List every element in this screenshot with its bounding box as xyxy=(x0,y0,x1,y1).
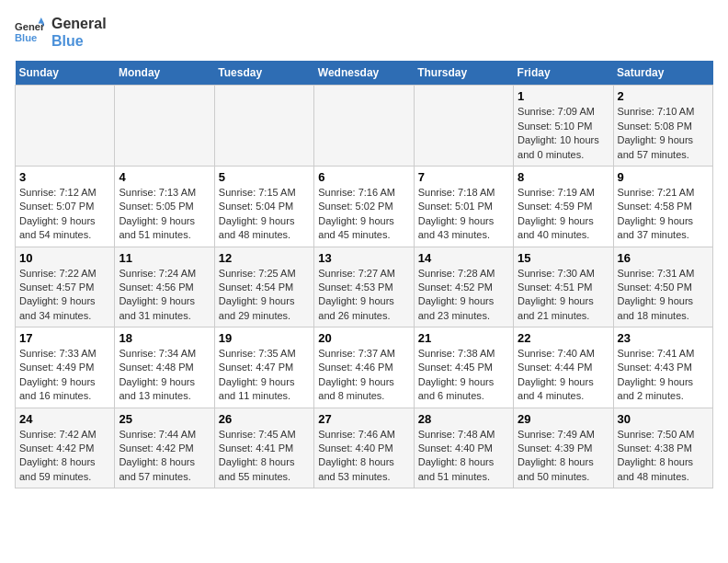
day-info: Sunrise: 7:13 AM Sunset: 5:05 PM Dayligh… xyxy=(119,186,210,243)
calendar-body: 1Sunrise: 7:09 AM Sunset: 5:10 PM Daylig… xyxy=(16,86,713,488)
day-number: 16 xyxy=(618,251,709,265)
day-info: Sunrise: 7:24 AM Sunset: 4:56 PM Dayligh… xyxy=(119,267,210,324)
day-info: Sunrise: 7:45 AM Sunset: 4:41 PM Dayligh… xyxy=(219,428,310,485)
day-info: Sunrise: 7:21 AM Sunset: 4:58 PM Dayligh… xyxy=(618,186,709,243)
day-info: Sunrise: 7:34 AM Sunset: 4:48 PM Dayligh… xyxy=(119,347,210,404)
weekday-header-sunday: Sunday xyxy=(16,61,115,86)
calendar-cell: 19Sunrise: 7:35 AM Sunset: 4:47 PM Dayli… xyxy=(214,327,313,408)
calendar-cell: 17Sunrise: 7:33 AM Sunset: 4:49 PM Dayli… xyxy=(16,327,115,408)
day-number: 13 xyxy=(318,251,409,265)
day-number: 20 xyxy=(318,331,409,345)
day-number: 2 xyxy=(618,89,709,103)
calendar-cell: 22Sunrise: 7:40 AM Sunset: 4:44 PM Dayli… xyxy=(514,327,613,408)
calendar-cell: 21Sunrise: 7:38 AM Sunset: 4:45 PM Dayli… xyxy=(414,327,513,408)
logo-text-blue: Blue xyxy=(51,32,107,50)
day-number: 18 xyxy=(119,331,210,345)
calendar-cell: 7Sunrise: 7:18 AM Sunset: 5:01 PM Daylig… xyxy=(414,166,513,247)
day-number: 1 xyxy=(518,89,609,103)
day-info: Sunrise: 7:41 AM Sunset: 4:43 PM Dayligh… xyxy=(618,347,709,404)
svg-marker-2 xyxy=(39,17,44,23)
calendar-table: SundayMondayTuesdayWednesdayThursdayFrid… xyxy=(15,61,713,488)
day-info: Sunrise: 7:50 AM Sunset: 4:38 PM Dayligh… xyxy=(618,428,709,485)
svg-text:Blue: Blue xyxy=(15,32,37,43)
day-info: Sunrise: 7:44 AM Sunset: 4:42 PM Dayligh… xyxy=(119,428,210,485)
weekday-header-thursday: Thursday xyxy=(414,61,513,86)
weekday-header-friday: Friday xyxy=(514,61,613,86)
day-info: Sunrise: 7:42 AM Sunset: 4:42 PM Dayligh… xyxy=(19,428,110,485)
calendar-header: SundayMondayTuesdayWednesdayThursdayFrid… xyxy=(16,61,713,86)
day-info: Sunrise: 7:30 AM Sunset: 4:51 PM Dayligh… xyxy=(518,267,609,324)
calendar-cell: 24Sunrise: 7:42 AM Sunset: 4:42 PM Dayli… xyxy=(16,408,115,488)
weekday-header-wednesday: Wednesday xyxy=(314,61,414,86)
calendar-cell: 13Sunrise: 7:27 AM Sunset: 4:53 PM Dayli… xyxy=(314,247,414,327)
day-number: 19 xyxy=(219,331,310,345)
day-info: Sunrise: 7:09 AM Sunset: 5:10 PM Dayligh… xyxy=(518,105,609,162)
day-number: 23 xyxy=(618,331,709,345)
calendar-cell: 15Sunrise: 7:30 AM Sunset: 4:51 PM Dayli… xyxy=(514,247,613,327)
day-number: 30 xyxy=(618,412,709,426)
day-number: 22 xyxy=(518,331,609,345)
calendar-cell: 4Sunrise: 7:13 AM Sunset: 5:05 PM Daylig… xyxy=(115,166,214,247)
calendar-cell: 14Sunrise: 7:28 AM Sunset: 4:52 PM Dayli… xyxy=(414,247,513,327)
day-info: Sunrise: 7:18 AM Sunset: 5:01 PM Dayligh… xyxy=(418,186,509,243)
day-number: 28 xyxy=(418,412,509,426)
weekday-header-monday: Monday xyxy=(115,61,214,86)
day-number: 7 xyxy=(418,170,509,184)
logo-text-general: General xyxy=(51,15,107,32)
day-info: Sunrise: 7:16 AM Sunset: 5:02 PM Dayligh… xyxy=(318,186,409,243)
calendar-cell: 11Sunrise: 7:24 AM Sunset: 4:56 PM Dayli… xyxy=(115,247,214,327)
calendar-cell xyxy=(16,86,115,167)
day-number: 12 xyxy=(219,251,310,265)
day-info: Sunrise: 7:35 AM Sunset: 4:47 PM Dayligh… xyxy=(219,347,310,404)
week-row-1: 1Sunrise: 7:09 AM Sunset: 5:10 PM Daylig… xyxy=(16,86,713,167)
weekday-header-saturday: Saturday xyxy=(613,61,712,86)
calendar-cell xyxy=(115,86,214,167)
calendar-cell: 28Sunrise: 7:48 AM Sunset: 4:40 PM Dayli… xyxy=(414,408,513,488)
calendar-cell: 30Sunrise: 7:50 AM Sunset: 4:38 PM Dayli… xyxy=(613,408,712,488)
calendar-cell: 23Sunrise: 7:41 AM Sunset: 4:43 PM Dayli… xyxy=(613,327,712,408)
day-number: 5 xyxy=(219,170,310,184)
day-number: 14 xyxy=(418,251,509,265)
calendar-cell: 12Sunrise: 7:25 AM Sunset: 4:54 PM Dayli… xyxy=(214,247,313,327)
week-row-5: 24Sunrise: 7:42 AM Sunset: 4:42 PM Dayli… xyxy=(16,408,713,488)
day-number: 6 xyxy=(318,170,409,184)
day-number: 27 xyxy=(318,412,409,426)
calendar-cell: 29Sunrise: 7:49 AM Sunset: 4:39 PM Dayli… xyxy=(514,408,613,488)
calendar-cell xyxy=(314,86,414,167)
calendar-cell: 6Sunrise: 7:16 AM Sunset: 5:02 PM Daylig… xyxy=(314,166,414,247)
day-info: Sunrise: 7:31 AM Sunset: 4:50 PM Dayligh… xyxy=(618,267,709,324)
calendar-cell: 10Sunrise: 7:22 AM Sunset: 4:57 PM Dayli… xyxy=(16,247,115,327)
day-number: 10 xyxy=(19,251,110,265)
day-info: Sunrise: 7:33 AM Sunset: 4:49 PM Dayligh… xyxy=(19,347,110,404)
day-number: 25 xyxy=(119,412,210,426)
day-info: Sunrise: 7:25 AM Sunset: 4:54 PM Dayligh… xyxy=(219,267,310,324)
calendar-cell: 16Sunrise: 7:31 AM Sunset: 4:50 PM Dayli… xyxy=(613,247,712,327)
calendar-cell xyxy=(414,86,513,167)
calendar-cell: 20Sunrise: 7:37 AM Sunset: 4:46 PM Dayli… xyxy=(314,327,414,408)
logo-icon: General Blue xyxy=(15,17,44,47)
calendar-cell: 27Sunrise: 7:46 AM Sunset: 4:40 PM Dayli… xyxy=(314,408,414,488)
day-info: Sunrise: 7:40 AM Sunset: 4:44 PM Dayligh… xyxy=(518,347,609,404)
day-number: 24 xyxy=(19,412,110,426)
calendar-cell: 1Sunrise: 7:09 AM Sunset: 5:10 PM Daylig… xyxy=(514,86,613,167)
day-info: Sunrise: 7:10 AM Sunset: 5:08 PM Dayligh… xyxy=(618,105,709,162)
calendar-cell: 9Sunrise: 7:21 AM Sunset: 4:58 PM Daylig… xyxy=(613,166,712,247)
day-info: Sunrise: 7:48 AM Sunset: 4:40 PM Dayligh… xyxy=(418,428,509,485)
calendar-cell: 25Sunrise: 7:44 AM Sunset: 4:42 PM Dayli… xyxy=(115,408,214,488)
page-header: General Blue General Blue xyxy=(15,15,713,50)
day-info: Sunrise: 7:38 AM Sunset: 4:45 PM Dayligh… xyxy=(418,347,509,404)
day-number: 8 xyxy=(518,170,609,184)
day-info: Sunrise: 7:46 AM Sunset: 4:40 PM Dayligh… xyxy=(318,428,409,485)
day-info: Sunrise: 7:37 AM Sunset: 4:46 PM Dayligh… xyxy=(318,347,409,404)
calendar-cell: 5Sunrise: 7:15 AM Sunset: 5:04 PM Daylig… xyxy=(214,166,313,247)
day-info: Sunrise: 7:27 AM Sunset: 4:53 PM Dayligh… xyxy=(318,267,409,324)
day-number: 4 xyxy=(119,170,210,184)
day-number: 9 xyxy=(618,170,709,184)
calendar-cell: 18Sunrise: 7:34 AM Sunset: 4:48 PM Dayli… xyxy=(115,327,214,408)
day-number: 17 xyxy=(19,331,110,345)
calendar-cell: 2Sunrise: 7:10 AM Sunset: 5:08 PM Daylig… xyxy=(613,86,712,167)
day-info: Sunrise: 7:15 AM Sunset: 5:04 PM Dayligh… xyxy=(219,186,310,243)
day-info: Sunrise: 7:12 AM Sunset: 5:07 PM Dayligh… xyxy=(19,186,110,243)
day-number: 26 xyxy=(219,412,310,426)
day-number: 15 xyxy=(518,251,609,265)
